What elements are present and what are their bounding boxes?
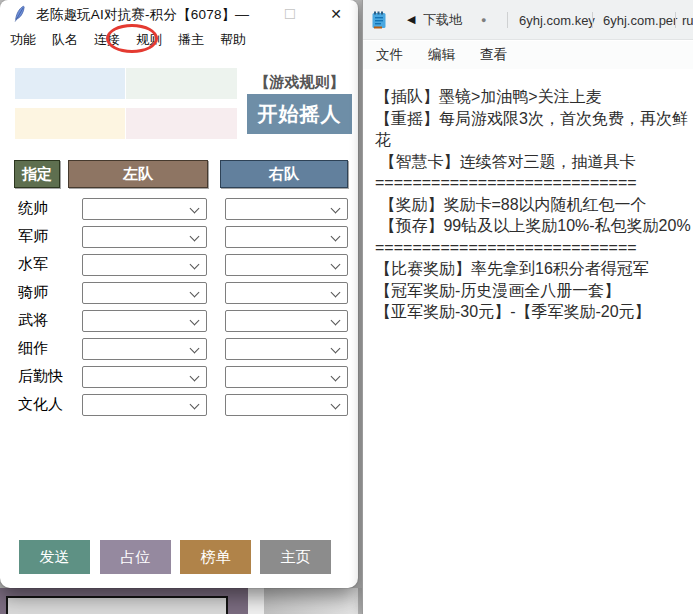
chevron-down-icon bbox=[190, 316, 200, 326]
menu-item-help[interactable]: 帮助 bbox=[218, 29, 248, 51]
tab-divider bbox=[592, 12, 593, 28]
home-button[interactable]: 主页 bbox=[260, 540, 331, 574]
menu-item-view[interactable]: 查看 bbox=[480, 46, 507, 64]
menu-item-host[interactable]: 播主 bbox=[176, 29, 206, 51]
notepad-icon bbox=[371, 10, 387, 30]
role-label: 统帅 bbox=[18, 199, 48, 218]
chevron-down-icon bbox=[190, 288, 200, 298]
role-label: 军师 bbox=[18, 227, 48, 246]
background-gradient bbox=[264, 588, 358, 614]
role-row: 军师 bbox=[0, 224, 358, 252]
menu-bar: 功能 队名 连接 规则 播主 帮助 bbox=[0, 28, 358, 52]
role-row: 武将 bbox=[0, 308, 358, 336]
notepad-text-area[interactable]: 【插队】墨镜>加油鸭>关注上麦 【重摇】每局游戏限3次，首次免费，再次鲜花 【智… bbox=[363, 69, 693, 614]
score-block-blue bbox=[15, 68, 125, 99]
left-team-select[interactable] bbox=[82, 366, 207, 388]
tab-divider bbox=[675, 12, 676, 28]
left-team-select[interactable] bbox=[82, 394, 207, 416]
menu-item-connect[interactable]: 连接 bbox=[92, 29, 122, 51]
right-team-select[interactable] bbox=[225, 254, 348, 276]
send-button[interactable]: 发送 bbox=[19, 540, 90, 574]
score-block-green bbox=[126, 68, 237, 99]
tab-ru-clipped[interactable]: ru bbox=[682, 0, 693, 40]
tab-download[interactable]: 下载地 bbox=[423, 0, 462, 40]
unsaved-indicator-icon: ● bbox=[481, 15, 486, 25]
tab-scroll-left-icon[interactable]: ◀ bbox=[407, 13, 415, 26]
background-window-box bbox=[6, 596, 228, 614]
role-row: 骑师 bbox=[0, 280, 358, 308]
game-rules-label: 【游戏规则】 bbox=[247, 73, 352, 92]
role-row: 水军 bbox=[0, 252, 358, 280]
menu-item-function[interactable]: 功能 bbox=[8, 29, 38, 51]
right-team-header-button[interactable]: 右队 bbox=[220, 160, 348, 188]
chevron-down-icon bbox=[190, 344, 200, 354]
score-block-cream bbox=[15, 108, 125, 139]
maximize-button[interactable]: ☐ bbox=[270, 0, 310, 28]
role-label: 水军 bbox=[18, 255, 48, 274]
role-row: 文化人 bbox=[0, 392, 358, 420]
role-row: 统帅 bbox=[0, 196, 358, 224]
chevron-down-icon bbox=[331, 288, 341, 298]
menu-item-teamname[interactable]: 队名 bbox=[50, 29, 80, 51]
notepad-line: 【奖励】奖励卡=88以内随机红包一个 bbox=[375, 194, 691, 216]
role-label: 骑师 bbox=[18, 283, 48, 302]
notepad-line: 【重摇】每局游戏限3次，首次免费，再次鲜花 bbox=[375, 108, 691, 151]
notepad-line: 【智慧卡】连续答对三题，抽道具卡 bbox=[375, 151, 691, 173]
notepad-line: 【亚军奖励-30元】-【季军奖励-20元】 bbox=[375, 301, 691, 323]
left-team-select[interactable] bbox=[82, 198, 207, 220]
title-bar: 老陈趣玩AI对抗赛-积分【6078】 — ☐ ✕ bbox=[0, 0, 358, 28]
left-team-select[interactable] bbox=[82, 282, 207, 304]
score-block-pink bbox=[126, 108, 237, 139]
chevron-down-icon bbox=[331, 260, 341, 270]
chevron-down-icon bbox=[190, 232, 200, 242]
notepad-window: ◀ 下载地 ● 6yhj.com.key 6yhj.com.per ru 文件 … bbox=[363, 0, 693, 614]
notepad-line: 【预存】99钻及以上奖励10%-私包奖励20% bbox=[375, 215, 691, 237]
left-team-select[interactable] bbox=[82, 254, 207, 276]
chevron-down-icon bbox=[331, 204, 341, 214]
role-row: 细作 bbox=[0, 336, 358, 364]
notepad-line: 【插队】墨镜>加油鸭>关注上麦 bbox=[375, 86, 691, 108]
role-label: 文化人 bbox=[18, 395, 63, 414]
chevron-down-icon bbox=[331, 372, 341, 382]
right-team-select[interactable] bbox=[225, 198, 348, 220]
tab-6yhj-per[interactable]: 6yhj.com.per bbox=[603, 0, 677, 40]
notepad-line: 【冠军奖励-历史漫画全八册一套】 bbox=[375, 280, 691, 302]
menu-item-edit[interactable]: 编辑 bbox=[428, 46, 455, 64]
close-button[interactable]: ✕ bbox=[316, 0, 356, 28]
left-team-select[interactable] bbox=[82, 226, 207, 248]
right-team-select[interactable] bbox=[225, 282, 348, 304]
menu-item-rules[interactable]: 规则 bbox=[134, 29, 164, 51]
left-team-select[interactable] bbox=[82, 310, 207, 332]
tab-divider bbox=[507, 12, 508, 28]
assign-header-button[interactable]: 指定 bbox=[14, 160, 60, 188]
chevron-down-icon bbox=[190, 400, 200, 410]
role-label: 武将 bbox=[18, 311, 48, 330]
notepad-line: ============================ bbox=[375, 172, 691, 194]
seat-button[interactable]: 占位 bbox=[100, 540, 171, 574]
role-label: 细作 bbox=[18, 339, 48, 358]
right-team-select[interactable] bbox=[225, 310, 348, 332]
right-team-select[interactable] bbox=[225, 394, 348, 416]
notepad-tab-bar: ◀ 下载地 ● 6yhj.com.key 6yhj.com.per ru bbox=[363, 0, 693, 40]
menu-item-file[interactable]: 文件 bbox=[376, 46, 403, 64]
background-strip bbox=[248, 588, 264, 614]
role-label: 后勤快 bbox=[18, 367, 63, 386]
chevron-down-icon bbox=[190, 260, 200, 270]
minimize-button[interactable]: — bbox=[222, 0, 262, 28]
ranking-button[interactable]: 榜单 bbox=[180, 540, 251, 574]
tab-6yhj-key[interactable]: 6yhj.com.key bbox=[519, 0, 595, 40]
left-team-select[interactable] bbox=[82, 338, 207, 360]
chevron-down-icon bbox=[190, 204, 200, 214]
right-team-select[interactable] bbox=[225, 226, 348, 248]
chevron-down-icon bbox=[331, 316, 341, 326]
notepad-menu-bar: 文件 编辑 查看 bbox=[363, 41, 693, 69]
right-team-select[interactable] bbox=[225, 338, 348, 360]
left-team-header-button[interactable]: 左队 bbox=[68, 160, 208, 188]
window-title: 老陈趣玩AI对抗赛-积分【6078】 bbox=[36, 6, 235, 24]
right-team-select[interactable] bbox=[225, 366, 348, 388]
feather-app-icon bbox=[11, 5, 27, 23]
notepad-line: 【比赛奖励】率先拿到16积分者得冠军 bbox=[375, 258, 691, 280]
chevron-down-icon bbox=[331, 344, 341, 354]
start-shake-button[interactable]: 开始摇人 bbox=[247, 94, 352, 134]
notepad-line: ============================ bbox=[375, 237, 691, 259]
